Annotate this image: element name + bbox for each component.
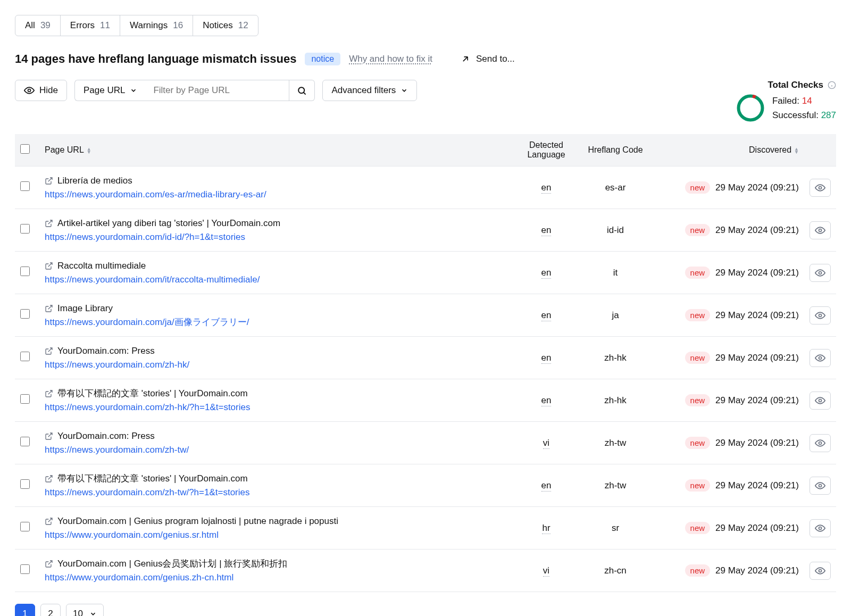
row-checkbox[interactable] (20, 224, 30, 234)
url-cell: Librería de medioshttps://news.yourdomai… (45, 174, 506, 201)
chevron-down-icon (401, 87, 408, 94)
page-url-link[interactable]: https://news.yourdomain.com/ja/画像ライブラリー/ (45, 315, 506, 329)
info-icon[interactable] (828, 81, 836, 89)
eye-icon (815, 395, 825, 406)
table-row: YourDomain.com: Presshttps://news.yourdo… (15, 422, 836, 464)
svg-point-4 (737, 94, 764, 122)
results-table: Page URL▲▼ Detected Language Hreflang Co… (15, 134, 836, 592)
col-detected[interactable]: Detected Language (512, 134, 581, 167)
col-discovered[interactable]: Discovered▲▼ (650, 134, 804, 167)
discovered-date: 29 May 2024 (09:21) (715, 395, 799, 405)
row-checkbox[interactable] (20, 267, 30, 276)
checks-ring-icon (736, 94, 765, 122)
tab-count: 39 (40, 20, 51, 31)
external-link-icon (45, 560, 53, 568)
page-url-link[interactable]: https://news.yourdomain.com/it/raccolta-… (45, 273, 506, 287)
tab-warnings[interactable]: Warnings16 (120, 15, 193, 36)
url-cell: 帶有以下標記的文章 'stories' | YourDomain.comhttp… (45, 472, 506, 499)
filter-tabs: All39Errors11Warnings16Notices12 (15, 15, 258, 36)
table-row: Librería de medioshttps://news.yourdomai… (15, 167, 836, 209)
page-url-link[interactable]: https://news.yourdomain.com/id-id/?h=1&t… (45, 230, 506, 244)
page-size-selector[interactable]: 10 (66, 604, 104, 616)
detected-language: en (541, 353, 552, 364)
page-size-value: 10 (73, 609, 83, 616)
view-button[interactable] (810, 179, 831, 197)
page-url-link[interactable]: https://news.yourdomain.com/zh-tw/ (45, 443, 506, 457)
view-button[interactable] (810, 306, 831, 324)
eye-icon (815, 480, 825, 491)
page-url-link[interactable]: https://news.yourdomain.com/zh-tw/?h=1&t… (45, 486, 506, 500)
row-checkbox[interactable] (20, 181, 30, 191)
url-cell: Image Libraryhttps://news.yourdomain.com… (45, 302, 506, 329)
discovered-date: 29 May 2024 (09:21) (715, 480, 799, 490)
row-checkbox[interactable] (20, 437, 30, 446)
page-url-selector[interactable]: Page URL (74, 80, 146, 101)
row-checkbox[interactable] (20, 522, 30, 531)
filter-group: Page URL (74, 80, 315, 101)
external-link-icon (45, 432, 53, 440)
tab-notices[interactable]: Notices12 (193, 15, 258, 36)
view-button[interactable] (810, 434, 831, 452)
new-badge: new (685, 181, 711, 194)
external-link-icon (45, 219, 53, 228)
page-url-link[interactable]: https://news.yourdomain.com/es-ar/media-… (45, 188, 506, 202)
view-button[interactable] (810, 519, 831, 537)
row-checkbox[interactable] (20, 309, 30, 319)
table-row: Image Libraryhttps://news.yourdomain.com… (15, 294, 836, 337)
total-checks-title: Total Checks (767, 80, 823, 90)
col-hreflang[interactable]: Hreflang Code (581, 134, 650, 167)
svg-point-7 (819, 271, 822, 274)
table-row: Artikel-artikel yang diberi tag 'stories… (15, 209, 836, 252)
row-checkbox[interactable] (20, 479, 30, 489)
row-checkbox[interactable] (20, 564, 30, 574)
view-button[interactable] (810, 221, 831, 239)
page-header: 14 pages have hreflang language mismatch… (15, 52, 836, 66)
select-all-checkbox[interactable] (20, 144, 30, 154)
send-to-button[interactable]: Send to... (460, 54, 515, 64)
detected-language: en (541, 268, 552, 279)
url-cell: Artikel-artikel yang diberi tag 'stories… (45, 217, 506, 244)
hreflang-code: zh-tw (581, 422, 650, 464)
detected-language: vi (543, 438, 549, 449)
new-badge: new (685, 352, 711, 364)
page-url-link[interactable]: https://news.yourdomain.com/zh-hk/ (45, 358, 506, 372)
svg-point-9 (819, 356, 822, 359)
hreflang-code: sr (581, 507, 650, 550)
external-link-icon (45, 475, 53, 483)
page-url-link[interactable]: https://www.yourdomain.com/genius.zh-cn.… (45, 571, 506, 585)
detected-language: en (541, 310, 552, 321)
detected-language: hr (542, 523, 550, 534)
send-to-label: Send to... (476, 54, 515, 64)
discovered-date: 29 May 2024 (09:21) (715, 523, 799, 533)
hide-button[interactable]: Hide (15, 80, 67, 101)
view-button[interactable] (810, 477, 831, 495)
page-title-text: Librería de medios (57, 174, 132, 188)
row-checkbox[interactable] (20, 394, 30, 404)
page-url-selector-label: Page URL (84, 85, 125, 96)
view-button[interactable] (810, 392, 831, 410)
advanced-filters-button[interactable]: Advanced filters (322, 80, 417, 101)
tab-count: 11 (100, 20, 110, 31)
tab-all[interactable]: All39 (15, 15, 61, 36)
hreflang-code: id-id (581, 209, 650, 252)
col-page-url[interactable]: Page URL▲▼ (39, 134, 512, 167)
row-checkbox[interactable] (20, 352, 30, 361)
discovered-date: 29 May 2024 (09:21) (715, 268, 799, 278)
page-url-link[interactable]: https://www.yourdomain.com/genius.sr.htm… (45, 528, 506, 542)
detected-language: en (541, 182, 552, 194)
url-cell: YourDomain.com: Presshttps://news.yourdo… (45, 429, 506, 456)
why-fix-link[interactable]: Why and how to fix it (349, 54, 432, 64)
new-badge: new (685, 394, 711, 406)
page-url-link[interactable]: https://news.yourdomain.com/zh-hk/?h=1&t… (45, 401, 506, 414)
filter-input[interactable] (146, 80, 289, 101)
discovered-date: 29 May 2024 (09:21) (715, 353, 799, 363)
failed-label: Failed: (772, 96, 799, 106)
view-button[interactable] (810, 562, 831, 580)
view-button[interactable] (810, 349, 831, 367)
notice-badge: notice (305, 53, 340, 65)
page-2[interactable]: 2 (40, 604, 61, 616)
search-button[interactable] (289, 80, 315, 101)
tab-errors[interactable]: Errors11 (61, 15, 120, 36)
page-1[interactable]: 1 (15, 604, 35, 616)
view-button[interactable] (810, 264, 831, 282)
